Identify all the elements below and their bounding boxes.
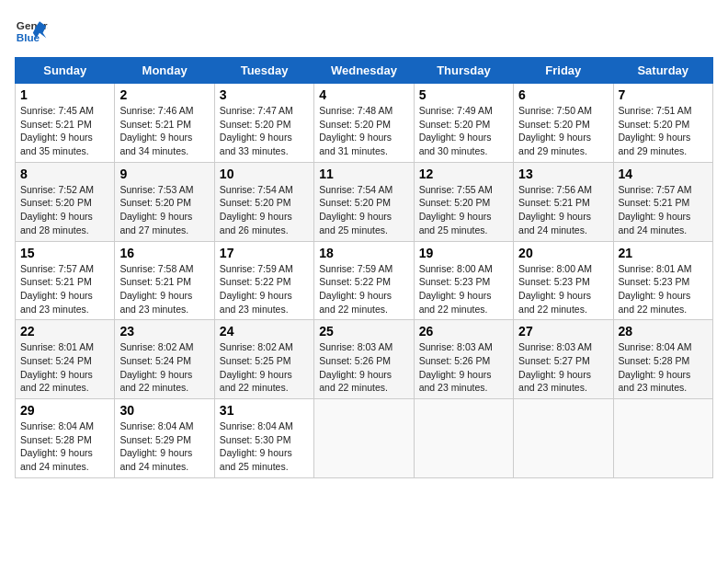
calendar-cell: 28Sunrise: 8:04 AMSunset: 5:28 PMDayligh… bbox=[613, 320, 712, 399]
calendar-cell: 22Sunrise: 8:01 AMSunset: 5:24 PMDayligh… bbox=[16, 320, 115, 399]
calendar-cell: 8Sunrise: 7:52 AMSunset: 5:20 PMDaylight… bbox=[16, 162, 115, 241]
day-number: 30 bbox=[119, 403, 209, 418]
calendar-cell: 25Sunrise: 8:03 AMSunset: 5:26 PMDayligh… bbox=[314, 320, 414, 399]
cell-info: Sunrise: 7:55 AMSunset: 5:20 PMDaylight:… bbox=[419, 184, 493, 236]
cell-info: Sunrise: 8:04 AMSunset: 5:28 PMDaylight:… bbox=[619, 341, 692, 393]
day-number: 15 bbox=[20, 246, 109, 260]
calendar-cell: 23Sunrise: 8:02 AMSunset: 5:24 PMDayligh… bbox=[115, 320, 214, 399]
day-number: 23 bbox=[119, 324, 209, 339]
calendar-cell: 26Sunrise: 8:03 AMSunset: 5:26 PMDayligh… bbox=[414, 320, 513, 399]
column-header-thursday: Thursday bbox=[414, 58, 513, 84]
cell-info: Sunrise: 7:53 AMSunset: 5:20 PMDaylight:… bbox=[119, 184, 193, 236]
day-number: 5 bbox=[419, 87, 508, 102]
calendar-cell: 20Sunrise: 8:00 AMSunset: 5:23 PMDayligh… bbox=[514, 241, 613, 320]
day-number: 31 bbox=[220, 403, 309, 418]
logo-icon: General Blue bbox=[15, 15, 48, 48]
day-number: 18 bbox=[319, 246, 408, 260]
day-number: 10 bbox=[220, 167, 309, 181]
cell-info: Sunrise: 8:01 AMSunset: 5:24 PMDaylight:… bbox=[20, 341, 94, 393]
cell-info: Sunrise: 7:50 AMSunset: 5:20 PMDaylight:… bbox=[518, 105, 592, 156]
column-header-saturday: Saturday bbox=[613, 58, 712, 84]
calendar-cell: 14Sunrise: 7:57 AMSunset: 5:21 PMDayligh… bbox=[613, 162, 712, 241]
column-header-friday: Friday bbox=[514, 58, 613, 84]
cell-info: Sunrise: 7:58 AMSunset: 5:21 PMDaylight:… bbox=[119, 263, 193, 315]
calendar-cell: 29Sunrise: 8:04 AMSunset: 5:28 PMDayligh… bbox=[16, 399, 115, 478]
cell-info: Sunrise: 8:04 AMSunset: 5:28 PMDaylight:… bbox=[20, 420, 94, 472]
calendar-cell: 21Sunrise: 8:01 AMSunset: 5:23 PMDayligh… bbox=[613, 241, 712, 320]
column-header-wednesday: Wednesday bbox=[314, 58, 414, 84]
day-number: 28 bbox=[619, 324, 708, 339]
cell-info: Sunrise: 8:00 AMSunset: 5:23 PMDaylight:… bbox=[419, 263, 493, 315]
day-number: 3 bbox=[220, 87, 309, 102]
day-number: 21 bbox=[619, 246, 708, 260]
calendar-cell bbox=[613, 399, 712, 478]
calendar-cell: 9Sunrise: 7:53 AMSunset: 5:20 PMDaylight… bbox=[115, 162, 214, 241]
calendar-cell: 17Sunrise: 7:59 AMSunset: 5:22 PMDayligh… bbox=[214, 241, 313, 320]
column-header-monday: Monday bbox=[115, 58, 214, 84]
cell-info: Sunrise: 7:46 AMSunset: 5:21 PMDaylight:… bbox=[119, 105, 193, 156]
calendar-cell: 5Sunrise: 7:49 AMSunset: 5:20 PMDaylight… bbox=[414, 84, 513, 163]
day-number: 22 bbox=[20, 324, 109, 339]
cell-info: Sunrise: 8:03 AMSunset: 5:26 PMDaylight:… bbox=[319, 341, 392, 393]
cell-info: Sunrise: 7:51 AMSunset: 5:20 PMDaylight:… bbox=[619, 105, 692, 156]
calendar-cell: 3Sunrise: 7:47 AMSunset: 5:20 PMDaylight… bbox=[214, 84, 313, 163]
day-number: 6 bbox=[518, 87, 608, 102]
day-number: 24 bbox=[220, 324, 309, 339]
day-number: 17 bbox=[220, 246, 309, 260]
calendar-cell: 6Sunrise: 7:50 AMSunset: 5:20 PMDaylight… bbox=[514, 84, 613, 163]
calendar-cell: 15Sunrise: 7:57 AMSunset: 5:21 PMDayligh… bbox=[16, 241, 115, 320]
week-row-2: 8Sunrise: 7:52 AMSunset: 5:20 PMDaylight… bbox=[16, 162, 713, 241]
cell-info: Sunrise: 8:01 AMSunset: 5:23 PMDaylight:… bbox=[619, 263, 692, 315]
cell-info: Sunrise: 8:03 AMSunset: 5:27 PMDaylight:… bbox=[518, 341, 592, 393]
calendar-cell bbox=[514, 399, 613, 478]
cell-info: Sunrise: 7:57 AMSunset: 5:21 PMDaylight:… bbox=[20, 263, 94, 315]
calendar-cell: 12Sunrise: 7:55 AMSunset: 5:20 PMDayligh… bbox=[414, 162, 513, 241]
calendar-cell: 19Sunrise: 8:00 AMSunset: 5:23 PMDayligh… bbox=[414, 241, 513, 320]
cell-info: Sunrise: 7:54 AMSunset: 5:20 PMDaylight:… bbox=[220, 184, 293, 236]
calendar-cell: 11Sunrise: 7:54 AMSunset: 5:20 PMDayligh… bbox=[314, 162, 414, 241]
week-row-3: 15Sunrise: 7:57 AMSunset: 5:21 PMDayligh… bbox=[16, 241, 713, 320]
calendar-cell: 30Sunrise: 8:04 AMSunset: 5:29 PMDayligh… bbox=[115, 399, 214, 478]
day-number: 29 bbox=[20, 403, 109, 418]
week-row-4: 22Sunrise: 8:01 AMSunset: 5:24 PMDayligh… bbox=[16, 320, 713, 399]
day-number: 11 bbox=[319, 167, 408, 181]
page-header: General Blue bbox=[15, 15, 713, 48]
cell-info: Sunrise: 7:47 AMSunset: 5:20 PMDaylight:… bbox=[220, 105, 293, 156]
day-number: 25 bbox=[319, 324, 408, 339]
calendar-cell: 2Sunrise: 7:46 AMSunset: 5:21 PMDaylight… bbox=[115, 84, 214, 163]
calendar-table: SundayMondayTuesdayWednesdayThursdayFrid… bbox=[15, 57, 713, 478]
cell-info: Sunrise: 7:48 AMSunset: 5:20 PMDaylight:… bbox=[319, 105, 392, 156]
cell-info: Sunrise: 7:52 AMSunset: 5:20 PMDaylight:… bbox=[20, 184, 94, 236]
day-number: 1 bbox=[20, 87, 109, 102]
calendar-cell: 10Sunrise: 7:54 AMSunset: 5:20 PMDayligh… bbox=[214, 162, 313, 241]
calendar-cell: 4Sunrise: 7:48 AMSunset: 5:20 PMDaylight… bbox=[314, 84, 414, 163]
day-number: 26 bbox=[419, 324, 508, 339]
cell-info: Sunrise: 8:02 AMSunset: 5:24 PMDaylight:… bbox=[119, 341, 193, 393]
calendar-cell: 1Sunrise: 7:45 AMSunset: 5:21 PMDaylight… bbox=[16, 84, 115, 163]
cell-info: Sunrise: 7:59 AMSunset: 5:22 PMDaylight:… bbox=[319, 263, 392, 315]
calendar-cell: 18Sunrise: 7:59 AMSunset: 5:22 PMDayligh… bbox=[314, 241, 414, 320]
day-number: 27 bbox=[518, 324, 608, 339]
day-number: 12 bbox=[419, 167, 508, 181]
day-number: 13 bbox=[518, 167, 608, 181]
day-number: 14 bbox=[619, 167, 708, 181]
week-row-1: 1Sunrise: 7:45 AMSunset: 5:21 PMDaylight… bbox=[16, 84, 713, 163]
column-header-tuesday: Tuesday bbox=[214, 58, 313, 84]
cell-info: Sunrise: 7:54 AMSunset: 5:20 PMDaylight:… bbox=[319, 184, 392, 236]
header-row: SundayMondayTuesdayWednesdayThursdayFrid… bbox=[16, 58, 713, 84]
calendar-cell bbox=[414, 399, 513, 478]
cell-info: Sunrise: 7:56 AMSunset: 5:21 PMDaylight:… bbox=[518, 184, 592, 236]
day-number: 4 bbox=[319, 87, 408, 102]
column-header-sunday: Sunday bbox=[16, 58, 115, 84]
cell-info: Sunrise: 7:59 AMSunset: 5:22 PMDaylight:… bbox=[220, 263, 293, 315]
cell-info: Sunrise: 7:45 AMSunset: 5:21 PMDaylight:… bbox=[20, 105, 94, 156]
cell-info: Sunrise: 8:03 AMSunset: 5:26 PMDaylight:… bbox=[419, 341, 493, 393]
cell-info: Sunrise: 8:04 AMSunset: 5:30 PMDaylight:… bbox=[220, 420, 293, 472]
calendar-cell: 27Sunrise: 8:03 AMSunset: 5:27 PMDayligh… bbox=[514, 320, 613, 399]
day-number: 7 bbox=[619, 87, 708, 102]
day-number: 8 bbox=[20, 167, 109, 181]
cell-info: Sunrise: 8:04 AMSunset: 5:29 PMDaylight:… bbox=[119, 420, 193, 472]
calendar-cell: 24Sunrise: 8:02 AMSunset: 5:25 PMDayligh… bbox=[214, 320, 313, 399]
day-number: 19 bbox=[419, 246, 508, 260]
cell-info: Sunrise: 8:00 AMSunset: 5:23 PMDaylight:… bbox=[518, 263, 592, 315]
